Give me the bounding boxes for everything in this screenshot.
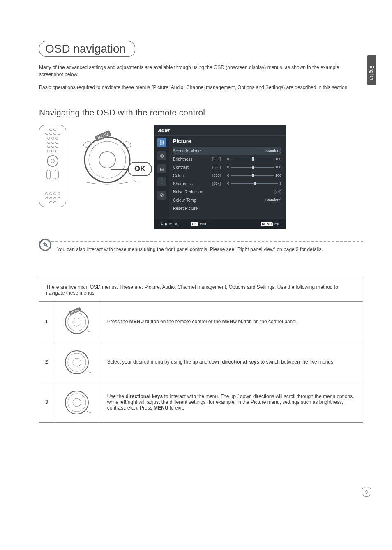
section-title-box: OSD navigation [39, 41, 135, 57]
osd-slider[interactable]: 0100 [227, 173, 281, 177]
osd-brand: acer [155, 125, 286, 136]
step-illustration: MENU [54, 301, 101, 342]
step-text: Press the MENU button on the remote cont… [101, 301, 363, 342]
osd-row-colour[interactable]: Colour[050]0100 [173, 171, 281, 179]
note-icon: ✎ [39, 239, 51, 251]
note-text: You can also interact with these menus u… [57, 246, 323, 253]
ok-callout: OK [128, 162, 152, 176]
page-title: OSD navigation [45, 42, 126, 55]
step-number: 2 [39, 342, 54, 382]
osd-menu-title: Picture [173, 138, 281, 144]
osd-row-value: [004] [212, 182, 227, 186]
osd-row-colour-temp[interactable]: Colour Temp[Standard] [173, 196, 281, 204]
dpad-thumb [63, 347, 92, 376]
step-number: 1 [39, 301, 54, 342]
osd-row-label: Noise Reduction [173, 190, 212, 194]
osd-row-label: Scenario Mode [173, 149, 212, 153]
svg-point-8 [65, 351, 88, 374]
subsection-title: Navigating the OSD with the remote contr… [39, 108, 363, 117]
osd-row-contrast[interactable]: Contrast[050]0100 [173, 163, 281, 171]
osd-row-label: Colour [173, 173, 212, 178]
osd-row-brightness[interactable]: Brightness[050]0100 [173, 155, 281, 163]
osd-row-sharpness[interactable]: Sharpness[004]08 [173, 179, 281, 188]
osd-slider[interactable]: 08 [227, 182, 281, 186]
osd-row-text: [Standard] [264, 149, 281, 153]
svg-point-2 [99, 152, 115, 168]
step-illustration [54, 342, 101, 382]
step-number: 3 [39, 382, 54, 422]
osd-nav-audio-icon[interactable]: ◎ [157, 151, 166, 160]
osd-hint-exit: MENU Exit [261, 222, 281, 226]
dpad-thumb: MENU [63, 307, 92, 336]
svg-point-12 [68, 394, 86, 412]
osd-nav-options-icon[interactable]: ⋮ [157, 177, 166, 186]
svg-point-11 [65, 391, 88, 414]
osd-nav: 🖼 ◎ ▤ ⋮ ⚙ [155, 136, 169, 219]
osd-hint-enter: OK Enter [191, 222, 209, 226]
page-number: 9 [362, 487, 371, 497]
osd-row-text: [Standard] [264, 198, 281, 202]
step-row-3: 3Use the directional keys to interact wi… [39, 382, 363, 422]
osd-footer: ⇅ ▶ Move OK Enter MENU Exit [155, 219, 286, 228]
osd-row-noise-reduction[interactable]: Noise Reduction[Off] [173, 188, 281, 196]
step-row-2: 2Select your desired menu by using the u… [39, 342, 363, 382]
osd-row-text: [Off] [274, 190, 281, 194]
svg-point-10 [73, 358, 81, 366]
osd-row-label: Reset Picture [173, 206, 212, 211]
intro-paragraph-1: Many of the advanced settings and adjust… [39, 64, 363, 78]
illustration-row: MENU OK acer 🖼 ◎ ▤ ⋮ ⚙ Picture Scenario … [39, 125, 363, 229]
svg-point-13 [73, 398, 81, 407]
osd-nav-channel-icon[interactable]: ▤ [157, 164, 166, 173]
svg-point-1 [89, 141, 126, 178]
osd-slider[interactable]: 0100 [227, 157, 281, 161]
language-tab: English [367, 55, 376, 85]
dpad-thumb [63, 387, 92, 416]
osd-row-value: [050] [212, 173, 227, 177]
osd-row-label: Contrast [173, 165, 212, 170]
osd-slider[interactable]: 0100 [227, 165, 281, 169]
osd-row-value: [050] [212, 157, 227, 161]
step-illustration [54, 382, 101, 422]
intro-paragraph-2: Basic operations required to navigate th… [39, 84, 363, 91]
osd-row-scenario-mode[interactable]: Scenario Mode[Standard] [173, 147, 281, 155]
osd-nav-picture-icon[interactable]: 🖼 [157, 138, 166, 147]
osd-screenshot: acer 🖼 ◎ ▤ ⋮ ⚙ Picture Scenario Mode[Sta… [154, 125, 286, 229]
remote-closeup: MENU OK [78, 125, 142, 189]
osd-row-label: Sharpness [173, 182, 212, 186]
svg-point-9 [68, 353, 86, 371]
remote-schematic [39, 125, 66, 207]
osd-row-value: [050] [212, 165, 227, 169]
osd-row-reset-picture[interactable]: Reset Picture [173, 204, 281, 212]
osd-hint-move: ⇅ ▶ Move [160, 222, 178, 226]
svg-point-5 [65, 311, 88, 334]
osd-row-label: Brightness [173, 157, 212, 161]
svg-point-7 [73, 318, 81, 326]
note-box: ✎ You can also interact with these menus… [39, 241, 363, 253]
osd-nav-settings-icon[interactable]: ⚙ [157, 191, 166, 200]
step-text: Use the directional keys to interact wit… [101, 382, 363, 422]
steps-intro: There are five main OSD menus. These are… [39, 278, 363, 301]
step-text: Select your desired menu by using the up… [101, 342, 363, 382]
osd-row-label: Colour Temp [173, 198, 212, 203]
svg-point-6 [68, 313, 86, 331]
steps-table: There are five main OSD menus. These are… [39, 278, 363, 423]
updown-icon: ⇅ [160, 222, 163, 226]
step-row-1: 1MENUPress the MENU button on the remote… [39, 301, 363, 342]
